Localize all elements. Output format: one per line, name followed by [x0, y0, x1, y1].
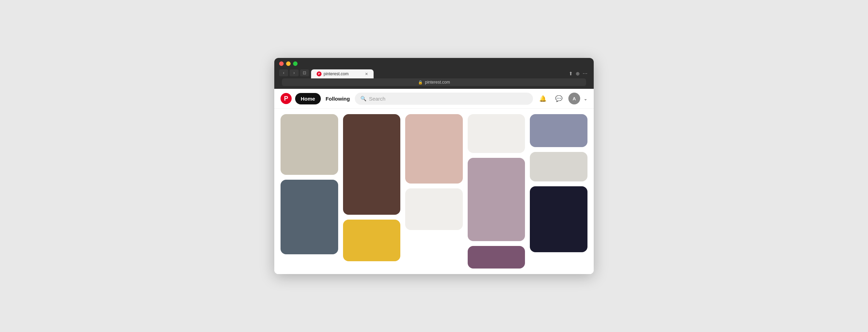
chevron-down-icon: ⌄ [584, 96, 587, 101]
lock-icon: 🔒 [418, 80, 423, 85]
browser-chrome: ‹ › ⊡ P pinterest.com ✕ ⬆ ⊕ ⋯ [274, 58, 594, 89]
pin-card[interactable] [530, 152, 587, 181]
pin-card[interactable] [468, 246, 525, 269]
tab-favicon-letter: P [318, 72, 320, 76]
avatar-button[interactable]: A [568, 93, 580, 104]
url-text: pinterest.com [425, 80, 450, 85]
forward-button[interactable]: › [290, 69, 299, 76]
back-icon: ‹ [283, 70, 284, 75]
forward-icon: › [293, 70, 295, 75]
pin-card[interactable] [281, 180, 338, 254]
pin-card[interactable] [530, 186, 587, 252]
chat-icon: 💬 [555, 95, 562, 102]
pinterest-app: P Home Following 🔍 Search 🔔 💬 [274, 89, 594, 274]
address-bar[interactable]: 🔒 pinterest.com [282, 78, 586, 86]
search-bar[interactable]: 🔍 Search [355, 93, 533, 105]
traffic-lights [279, 61, 589, 66]
pin-column-2 [343, 114, 401, 269]
notifications-button[interactable]: 🔔 [536, 92, 549, 105]
pin-column-5 [530, 114, 587, 269]
sidebar-toggle-button[interactable]: ⊡ [300, 69, 309, 76]
search-icon: 🔍 [360, 96, 366, 101]
sidebar-icon: ⊡ [303, 70, 306, 75]
pin-card[interactable] [343, 114, 401, 215]
home-label: Home [301, 96, 315, 102]
following-label: Following [326, 96, 350, 102]
minimize-window-button[interactable] [286, 61, 291, 66]
home-button[interactable]: Home [295, 93, 321, 104]
fullscreen-window-button[interactable] [293, 61, 298, 66]
messages-button[interactable]: 💬 [552, 92, 565, 105]
pin-card[interactable] [405, 188, 463, 230]
browser-window: ‹ › ⊡ P pinterest.com ✕ ⬆ ⊕ ⋯ [274, 58, 594, 274]
pin-card[interactable] [468, 158, 525, 241]
pin-card[interactable] [468, 114, 525, 153]
tab-favicon: P [317, 71, 322, 76]
following-button[interactable]: Following [324, 93, 351, 104]
bell-icon: 🔔 [539, 95, 546, 102]
pinterest-header: P Home Following 🔍 Search 🔔 💬 [274, 89, 594, 109]
tab-bar: ‹ › ⊡ P pinterest.com ✕ ⬆ ⊕ ⋯ [279, 69, 589, 78]
logo-symbol: P [284, 95, 288, 102]
avatar-letter: A [573, 96, 576, 101]
back-button[interactable]: ‹ [279, 69, 288, 76]
profile-menu-button[interactable]: ⌄ [584, 96, 587, 101]
tab-title: pinterest.com [324, 71, 349, 76]
pin-column-3 [405, 114, 463, 269]
pin-card[interactable] [530, 114, 587, 147]
pinterest-logo[interactable]: P [281, 93, 292, 104]
browser-tab[interactable]: P pinterest.com ✕ [311, 69, 374, 78]
tab-close-button[interactable]: ✕ [365, 72, 368, 76]
search-placeholder: Search [369, 96, 386, 102]
pin-column-1 [281, 114, 338, 269]
header-icons: 🔔 💬 A ⌄ [536, 92, 587, 105]
pin-card[interactable] [343, 220, 401, 261]
more-button[interactable]: ⋯ [583, 71, 587, 76]
close-window-button[interactable] [279, 61, 284, 66]
pin-card[interactable] [405, 114, 463, 184]
pin-column-4 [468, 114, 525, 269]
new-tab-button[interactable]: ⊕ [576, 71, 580, 76]
pin-card[interactable] [281, 114, 338, 175]
address-bar-row: 🔒 pinterest.com [279, 78, 589, 89]
pin-grid [274, 109, 594, 274]
share-button[interactable]: ⬆ [569, 71, 573, 76]
